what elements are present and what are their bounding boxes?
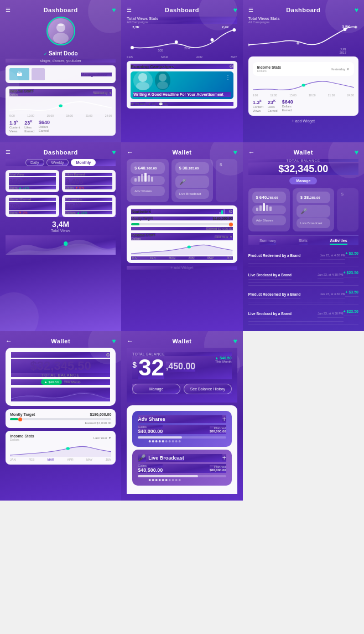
history-btn-p8[interactable]: See Balance History	[184, 384, 232, 394]
heart-icon-2[interactable]: ♥	[233, 6, 237, 14]
heart-icon[interactable]: ♥	[112, 6, 116, 14]
adv-bars	[131, 176, 164, 185]
income-stats-card-p3: Income Stats Dollars Yesterday ▼ 9:00 12…	[248, 56, 358, 116]
svg-rect-29	[159, 440, 161, 442]
svg-point-1	[53, 33, 69, 44]
svg-point-13	[159, 74, 167, 81]
running-campaigns-section: Running Campaigns ⚙	[127, 61, 237, 109]
income-filter-p3[interactable]: Yesterday ▼	[331, 68, 350, 71]
svg-text:🏔: 🏔	[17, 71, 22, 77]
heart-icon-8[interactable]: ♥	[233, 337, 237, 345]
live-plus-icon[interactable]: +	[222, 454, 226, 462]
back-icon-7[interactable]: ←	[6, 337, 12, 345]
income-stats-nums-p3: 1.3k ContentViews 23K LikesEarned $640 D…	[253, 99, 354, 112]
tab-summary[interactable]: Summary	[259, 239, 276, 245]
campaign-card[interactable]: Writing A Good Headline For Your Adverti…	[131, 71, 233, 99]
adv-bars-p6	[252, 205, 286, 214]
svg-point-24	[188, 246, 191, 249]
monthly-target-section: Montly Target $180,000.00 Earned $7,030.…	[131, 217, 232, 230]
cell-dashboard-bigchart: ☰ Dashboard ♥ Total Views Stats All Camp…	[243, 0, 364, 142]
campaigns-gear-icon[interactable]: ⚙	[229, 64, 233, 69]
cell-dashboard-profile: ☰ Dashboard ♥ ✓ Saint Dodo singer, dan	[0, 0, 121, 142]
back-icon-8[interactable]: ←	[127, 337, 133, 345]
manage-video-link[interactable]: Manage Video →	[81, 73, 112, 76]
tab-monthly[interactable]: Monthly	[71, 159, 96, 166]
svg-rect-39	[159, 479, 161, 481]
metric-total-view: Total View 350,350 Users ▲ 21%	[6, 170, 59, 192]
metric-conversion: Conversion 56,350 Dollars ▲ 25%	[62, 195, 116, 217]
svg-rect-23	[223, 209, 225, 214]
tab-activities[interactable]: Activities	[330, 239, 347, 245]
statistics-label: Statistics	[131, 209, 151, 214]
total-views-chart: 2,3K 2,4K 305 224 FEB MAR APR	[127, 25, 237, 59]
heart-icon-5[interactable]: ♥	[233, 148, 237, 156]
tab-stats[interactable]: Stats	[299, 239, 308, 245]
live-broadcast-card: 🎤 Live Broadcast + Gains $40,500.00 Plan…	[132, 450, 231, 486]
big-num-p8: 32	[138, 356, 164, 379]
cell-wallet-bigbalance: ← Wallet ♥ ⚙ $32,345.50 TOTAL BALANCE ▲ …	[0, 331, 121, 501]
menu-icon[interactable]: ☰	[6, 7, 11, 13]
heart-icon-7[interactable]: ♥	[112, 337, 116, 345]
tab-weekly[interactable]: Weekly	[46, 159, 69, 166]
menu-icon-3[interactable]: ☰	[248, 7, 253, 13]
month-badge-p7: ▲ $40.50	[41, 379, 62, 385]
target-label: Montly Target	[131, 217, 153, 220]
adv-plus-icon[interactable]: +	[222, 415, 226, 423]
cell-wallet-activities: ← Wallet ♥ TOTAL BALANCE $32,345.00 Mana…	[243, 142, 364, 331]
svg-point-11	[138, 73, 147, 82]
back-icon-6[interactable]: ←	[248, 148, 255, 156]
menu-icon-2[interactable]: ☰	[127, 7, 132, 13]
campaign-likes: 70	[152, 102, 155, 106]
panel-title: Dashboard	[44, 7, 78, 13]
cell-wallet-stats: ← Wallet ♥ $ 640.768.00	[121, 142, 242, 331]
back-icon-5[interactable]: ←	[127, 148, 133, 156]
wallet-card-adv[interactable]: $ 640.768.00 Adv Shares	[127, 159, 168, 202]
add-widget-p5[interactable]: + add Widget	[127, 266, 237, 270]
x-labels-p3: 9:00 12:00 15:00 18:00 21:00 24:00	[253, 94, 354, 97]
panel-title-6: Wallet	[294, 149, 313, 156]
activity-3: Product Redeemed by a Brand Jan 23, at 4…	[248, 286, 358, 305]
heart-icon-6[interactable]: ♥	[355, 148, 358, 156]
svg-rect-45	[179, 479, 181, 481]
mic-icon-5: 🎤	[175, 176, 209, 188]
svg-rect-5	[32, 68, 45, 80]
month-labels-p5: JAN FEB MAR APR MAY JUN	[131, 256, 232, 260]
earned-label: Earned $7,030.00	[206, 227, 233, 230]
wallet-card-adv-p6[interactable]: $ 640.768.00 Adv Shares	[248, 188, 290, 231]
svg-point-12	[136, 82, 149, 90]
activity-4: Live Brodcast by a Brand Jan 23, at 4:30…	[248, 305, 358, 324]
metric-shared: Shared Earned 780 Users ▼ 3%	[6, 195, 59, 217]
header-area-p8: TOTAL BALANCE $ 32 ,450.00 ▲ $40.50 This…	[127, 348, 237, 403]
cell-wallet-bignum: ← Wallet ♥ TOTAL BALANCE $ 32 ,450.00 ▲ …	[121, 331, 242, 501]
menu-icon-4[interactable]: ☰	[6, 150, 11, 155]
manage-btn-p6[interactable]: Manage	[289, 177, 317, 184]
svg-rect-43	[172, 479, 174, 481]
adv-label: Adv Shares	[131, 186, 164, 196]
target-card-p7: Montly Target $180,000.00 Earned $7,030.…	[6, 409, 116, 428]
income-card-p7: Income Stats Dollars Last Year ▼ JAN FEB	[6, 431, 116, 465]
svg-rect-31	[165, 440, 168, 442]
user-role: singer, dancer, youtuber	[6, 59, 116, 63]
wallet-card-live-p6[interactable]: $ 38.285.00 🎤 Live Broadcast	[293, 188, 334, 231]
svg-rect-26	[149, 440, 151, 442]
svg-point-20	[64, 241, 67, 246]
wallet-card-live[interactable]: $ 38.285.00 🎤 Live Broadcast	[171, 159, 213, 202]
wave-chart	[6, 235, 116, 255]
adv-shares-card: Adv Shares + Gains $40,000.00 Planned $8…	[132, 411, 231, 447]
action-btns-p8: Manage See Balance History	[132, 384, 231, 394]
month-labels-p7: JAN FEB MAR APR MAY JUN	[10, 458, 111, 461]
heart-icon-3[interactable]: ♥	[355, 6, 358, 14]
heart-icon-4[interactable]: ♥	[112, 148, 116, 156]
svg-rect-44	[175, 479, 178, 481]
tab-daily[interactable]: Daily	[25, 159, 44, 166]
gear-icon-5[interactable]: ⚙	[228, 209, 233, 214]
stats-filter[interactable]: Yesterday ▼	[93, 91, 112, 95]
svg-rect-36	[149, 479, 151, 481]
big-amount-p7: $32,345.50	[11, 359, 110, 373]
video-strip: 🏔 Manage Video →	[6, 65, 116, 83]
manage-btn-p8[interactable]: Manage	[132, 384, 180, 394]
x-axis-labels: 9:00 12:00 15:00 18:00 21:00 24:00	[9, 114, 112, 117]
stat-content-views: 1.3k ContentViews	[9, 120, 20, 133]
svg-rect-40	[162, 479, 164, 481]
add-widget-p3[interactable]: + add Widget	[248, 119, 358, 123]
